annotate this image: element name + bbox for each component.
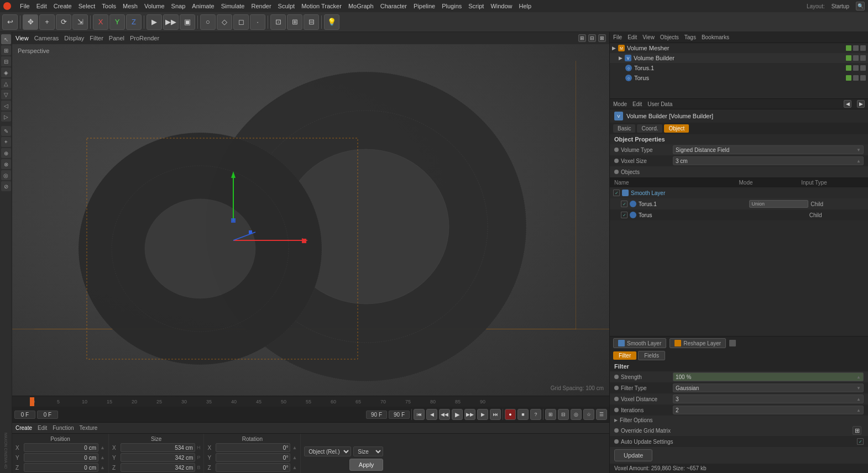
obj-volume-mesher[interactable]: ▶ M Volume Mesher [610, 43, 868, 53]
menu-plugins[interactable]: Plugins [442, 3, 462, 9]
record-btn[interactable]: ● [505, 409, 516, 420]
menu-character[interactable]: Character [380, 3, 407, 9]
tool-10[interactable]: ⌖ [1, 137, 11, 147]
tool-5[interactable]: △ [1, 78, 11, 88]
tool-2[interactable]: ⊞ [1, 45, 11, 55]
props-menu-userdata[interactable]: User Data [647, 101, 672, 107]
next-frame-btn[interactable]: ▶ [477, 409, 488, 420]
play-btn[interactable]: ▶ [452, 409, 463, 420]
toolbar-poly-mode[interactable]: ◇ [217, 14, 232, 30]
viewport-btn-1[interactable]: ⊞ [578, 34, 586, 42]
rot-y-input[interactable] [216, 453, 290, 462]
obj-volume-builder[interactable]: ▶ V Volume Builder [610, 53, 868, 63]
menu-pipeline[interactable]: Pipeline [414, 3, 435, 9]
filter-options-row[interactable]: ▶ Filter Options [610, 416, 868, 425]
tab-object[interactable]: Object [664, 124, 689, 133]
tab-coord[interactable]: Coord. [637, 124, 662, 133]
toolbar-object-mode[interactable]: ○ [200, 14, 216, 30]
viewport-btn-3[interactable]: ⊠ [598, 34, 606, 42]
strength-value[interactable]: 100 % ▲ [673, 372, 864, 381]
obj-menu-bookmarks[interactable]: Bookmarks [702, 34, 729, 40]
menu-edit[interactable]: Edit [36, 3, 47, 9]
props-nav-back[interactable]: ◀ [844, 100, 851, 108]
toolbar-workplane[interactable]: ⊟ [304, 14, 319, 30]
menu-sculpt[interactable]: Sculpt [278, 3, 295, 9]
size-z-input[interactable] [121, 463, 195, 472]
toolbar-y[interactable]: Y [109, 14, 125, 30]
timeline-btn-1[interactable]: ⊞ [545, 409, 556, 420]
props-nav-fwd[interactable]: ▶ [857, 100, 865, 108]
torus1-mode[interactable]: Union [749, 200, 809, 208]
tab-prorender[interactable]: ProRender [130, 35, 159, 41]
play-fwd-btn[interactable]: ▶▶ [464, 409, 475, 420]
smooth-layer-tab[interactable]: Smooth Layer [613, 338, 666, 348]
toolbar-move[interactable]: ✥ [23, 14, 38, 30]
volume-type-value[interactable]: Signed Distance Field ▼ [673, 145, 864, 154]
apply-button[interactable]: Apply [349, 459, 384, 471]
toolbar-rotate-tool[interactable]: ⟳ [56, 14, 71, 30]
timecode-start[interactable]: 0 F [14, 411, 35, 419]
tab-basic[interactable]: Basic [613, 124, 635, 133]
menu-volume[interactable]: Volume [144, 3, 165, 9]
subtab-create[interactable]: Create [15, 425, 32, 431]
search-btn[interactable]: 🔍 [856, 2, 865, 10]
rot-x-input[interactable] [216, 443, 290, 452]
size-mode-dropdown[interactable]: Size Scale [353, 446, 383, 456]
torus-obj-row[interactable]: ✓ Torus Child [610, 209, 868, 220]
pos-x-input[interactable] [24, 443, 98, 452]
voxel-dist-value[interactable]: 3 ▲ [673, 395, 864, 403]
obj-menu-view[interactable]: View [642, 34, 655, 40]
next-key-btn[interactable]: ⏭ [490, 409, 501, 420]
play-rev-btn[interactable]: ◀◀ [439, 409, 450, 420]
subtab-texture[interactable]: Texture [80, 425, 98, 431]
voxel-size-value[interactable]: 3 cm ▲ [673, 156, 864, 165]
override-expand[interactable]: ⊞ [853, 426, 861, 435]
timecode-end[interactable]: 90 F [366, 411, 387, 419]
menu-snap[interactable]: Snap [171, 3, 186, 9]
props-menu-edit[interactable]: Edit [632, 101, 642, 107]
pos-z-input[interactable] [24, 463, 98, 472]
toolbar-render-small[interactable]: ▶ [147, 14, 162, 30]
toolbar-snap-options[interactable]: ⊞ [287, 14, 302, 30]
menu-tools[interactable]: Tools [102, 3, 116, 9]
tool-12[interactable]: ⊗ [1, 159, 11, 169]
toolbar-undo[interactable]: ↩ [2, 14, 18, 30]
help-btn[interactable]: ? [530, 409, 541, 420]
tool-select[interactable]: ↖ [1, 34, 11, 44]
tool-7[interactable]: ◁ [1, 101, 11, 111]
auto-update-check[interactable]: ✓ [857, 438, 864, 445]
menu-mesh[interactable]: Mesh [123, 3, 138, 9]
timeline-btn-5[interactable]: ☰ [596, 409, 607, 420]
menu-create[interactable]: Create [54, 3, 72, 9]
size-y-input[interactable] [121, 453, 195, 462]
obj-menu-objects[interactable]: Objects [660, 34, 679, 40]
torus1-obj-row[interactable]: ✓ Torus.1 Union Child [610, 198, 868, 209]
pos-y-input[interactable] [24, 453, 98, 462]
toolbar-light[interactable]: 💡 [324, 14, 339, 30]
stop-btn[interactable]: ■ [517, 409, 529, 420]
iterations-value[interactable]: 2 ▲ [673, 406, 864, 414]
playhead[interactable] [30, 397, 34, 406]
timecode-current[interactable]: 0 F [37, 411, 58, 419]
size-x-input[interactable] [121, 443, 195, 452]
toolbar-x[interactable]: X [93, 14, 108, 30]
timeline-btn-2[interactable]: ⊟ [558, 409, 569, 420]
tab-view[interactable]: View [15, 35, 29, 41]
menu-window[interactable]: Window [490, 3, 512, 9]
obj-torus[interactable]: ○ Torus [610, 73, 868, 83]
toolbar-render-vp[interactable]: ▶▶ [163, 14, 179, 30]
tab-cameras[interactable]: Cameras [34, 35, 59, 41]
viewport-3d[interactable]: Perspective Grid Spacing: 100 cm [12, 44, 609, 396]
menu-select[interactable]: Select [79, 3, 96, 9]
coord-system-dropdown[interactable]: Object (Rel.) World [304, 446, 351, 456]
toolbar-point-mode[interactable]: · [250, 14, 265, 30]
menu-animate[interactable]: Animate [192, 3, 214, 9]
tab-panel[interactable]: Panel [109, 35, 124, 41]
menu-render[interactable]: Render [251, 3, 271, 9]
prev-key-btn[interactable]: ⏮ [414, 409, 425, 420]
update-button[interactable]: Update [614, 449, 652, 461]
tab-display[interactable]: Display [64, 35, 84, 41]
toolbar-edge-mode[interactable]: ◻ [233, 14, 249, 30]
tab-filter[interactable]: Filter [90, 35, 103, 41]
fields-tab[interactable]: Fields [638, 351, 665, 360]
